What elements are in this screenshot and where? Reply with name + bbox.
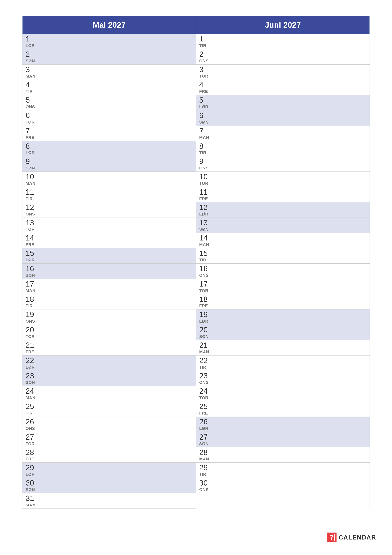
day-number: 4 bbox=[199, 81, 367, 89]
day-number: 23 bbox=[199, 372, 367, 380]
day-name: TIR bbox=[199, 365, 367, 370]
day-name: LØR bbox=[26, 365, 193, 370]
day-name: SØN bbox=[199, 227, 367, 232]
logo-icon: 7 bbox=[327, 533, 336, 542]
day-number: 18 bbox=[26, 295, 193, 304]
day-number: 24 bbox=[26, 387, 193, 395]
day-number: 19 bbox=[199, 310, 367, 319]
may-day-21: 21 FRE bbox=[22, 340, 196, 356]
day-name: ONS bbox=[199, 487, 367, 492]
day-number: 14 bbox=[199, 234, 367, 242]
day-number: 6 bbox=[26, 111, 193, 120]
day-number: 9 bbox=[26, 157, 193, 166]
june-day-10: 10 TOR bbox=[196, 172, 370, 187]
calendar-container: Mai 2027 Juni 2027 1 LØR 2 SØN 3 MAN 4 T… bbox=[22, 16, 370, 509]
day-number: 19 bbox=[26, 310, 193, 319]
day-name: FRE bbox=[26, 242, 193, 247]
day-number: 12 bbox=[199, 203, 367, 212]
day-name: ONS bbox=[26, 212, 193, 217]
day-name: SØN bbox=[199, 120, 367, 125]
day-name: MAN bbox=[26, 288, 193, 293]
may-day-19: 19 ONS bbox=[22, 309, 196, 325]
day-name: MAN bbox=[199, 242, 367, 247]
may-day-7: 7 FRE bbox=[22, 126, 196, 141]
day-name: FRE bbox=[199, 411, 367, 416]
may-day-8: 8 LØR bbox=[22, 141, 196, 156]
day-name: TIR bbox=[199, 472, 367, 477]
day-name: MAN bbox=[26, 74, 193, 79]
days-grid: 1 LØR 2 SØN 3 MAN 4 TIR 5 ONS 6 TOR 7 FR… bbox=[22, 34, 370, 509]
day-name: MAN bbox=[26, 395, 193, 400]
day-number: 12 bbox=[26, 203, 193, 212]
page: Mai 2027 Juni 2027 1 LØR 2 SØN 3 MAN 4 T… bbox=[0, 0, 392, 555]
day-number: 8 bbox=[26, 142, 193, 150]
day-name: MAN bbox=[199, 135, 367, 140]
day-name: FRE bbox=[26, 350, 193, 354]
june-header: Juni 2027 bbox=[196, 16, 370, 34]
day-name: TOR bbox=[199, 74, 367, 79]
day-number: 3 bbox=[26, 66, 193, 74]
day-name: TIR bbox=[26, 89, 193, 94]
june-day-12: 12 LØR bbox=[196, 202, 370, 218]
day-number: 15 bbox=[199, 249, 367, 258]
day-name: TIR bbox=[26, 411, 193, 416]
logo-text: CALENDAR bbox=[339, 534, 376, 541]
may-day-24: 24 MAN bbox=[22, 386, 196, 401]
may-header: Mai 2027 bbox=[22, 16, 196, 34]
day-number: 1 bbox=[26, 35, 193, 43]
header-row: Mai 2027 Juni 2027 bbox=[22, 16, 370, 34]
june-day-15: 15 TIR bbox=[196, 248, 370, 263]
day-number: 6 bbox=[199, 111, 367, 120]
day-number: 25 bbox=[199, 402, 367, 411]
june-title: Juni 2027 bbox=[265, 21, 301, 29]
june-day-5: 5 LØR bbox=[196, 95, 370, 110]
day-name: MAN bbox=[26, 181, 193, 186]
day-name: SØN bbox=[199, 334, 367, 339]
day-number: 28 bbox=[199, 448, 367, 457]
day-number: 27 bbox=[26, 433, 193, 441]
day-name: ONS bbox=[26, 104, 193, 109]
june-day-4: 4 FRE bbox=[196, 80, 370, 95]
day-number: 10 bbox=[199, 173, 367, 181]
day-name: ONS bbox=[26, 426, 193, 431]
day-name: LØR bbox=[199, 426, 367, 431]
day-number: 4 bbox=[26, 81, 193, 89]
day-name: SØN bbox=[26, 487, 193, 492]
day-number: 15 bbox=[26, 249, 193, 258]
day-name: LØR bbox=[199, 104, 367, 109]
june-column: 1 TIR 2 ONS 3 TOR 4 FRE 5 LØR 6 SØN 7 MA… bbox=[196, 34, 370, 509]
june-day-1: 1 TIR bbox=[196, 34, 370, 49]
day-number: 11 bbox=[26, 188, 193, 196]
june-empty bbox=[196, 493, 370, 506]
day-number: 11 bbox=[199, 188, 367, 196]
may-day-5: 5 ONS bbox=[22, 95, 196, 110]
june-day-29: 29 TIR bbox=[196, 463, 370, 478]
june-day-19: 19 LØR bbox=[196, 309, 370, 325]
june-day-27: 27 SØN bbox=[196, 432, 370, 447]
june-day-14: 14 MAN bbox=[196, 233, 370, 248]
day-name: SØN bbox=[26, 273, 193, 278]
day-name: ONS bbox=[199, 166, 367, 171]
may-day-11: 11 TIR bbox=[22, 187, 196, 202]
june-day-13: 13 SØN bbox=[196, 218, 370, 233]
june-day-3: 3 TOR bbox=[196, 65, 370, 80]
logo-divider bbox=[334, 534, 335, 541]
may-day-22: 22 LØR bbox=[22, 356, 196, 371]
june-day-22: 22 TIR bbox=[196, 356, 370, 371]
day-name: TOR bbox=[26, 227, 193, 232]
june-day-2: 2 ONS bbox=[196, 49, 370, 65]
day-number: 21 bbox=[199, 341, 367, 350]
may-day-27: 27 TOR bbox=[22, 432, 196, 447]
day-number: 31 bbox=[26, 494, 193, 503]
day-name: SØN bbox=[26, 58, 193, 63]
june-day-9: 9 ONS bbox=[196, 156, 370, 172]
day-name: FRE bbox=[199, 303, 367, 308]
may-day-13: 13 TOR bbox=[22, 218, 196, 233]
day-number: 24 bbox=[199, 387, 367, 395]
day-name: MAN bbox=[199, 350, 367, 354]
may-day-23: 23 SØN bbox=[22, 371, 196, 386]
may-day-6: 6 TOR bbox=[22, 110, 196, 126]
day-name: LØR bbox=[26, 258, 193, 263]
day-name: SØN bbox=[26, 380, 193, 385]
day-name: MAN bbox=[26, 503, 193, 508]
